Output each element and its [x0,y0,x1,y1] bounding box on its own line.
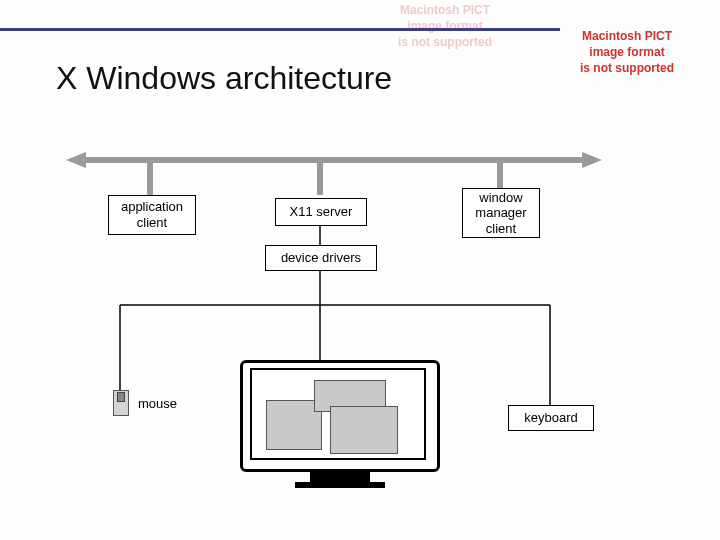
monitor-screen [250,368,426,460]
monitor-stand [310,472,370,482]
pict-error-top-right: Macintosh PICT image format is not suppo… [580,28,674,77]
mouse-button-icon [117,392,125,402]
svg-marker-1 [66,152,86,168]
monitor-base [295,482,385,488]
node-keyboard: keyboard [508,405,594,431]
node-x11-server: X11 server [275,198,367,226]
svg-marker-2 [582,152,602,168]
page-title: X Windows architecture [56,60,392,97]
window-icon-3 [330,406,398,454]
pict-error-top-left: Macintosh PICT image format is not suppo… [398,2,492,51]
monitor-icon [240,360,440,490]
diagram-stage: application client X11 server window man… [60,140,660,500]
label-mouse: mouse [138,396,177,411]
node-application-client: application client [108,195,196,235]
node-device-drivers: device drivers [265,245,377,271]
node-window-manager-client: window manager client [462,188,540,238]
